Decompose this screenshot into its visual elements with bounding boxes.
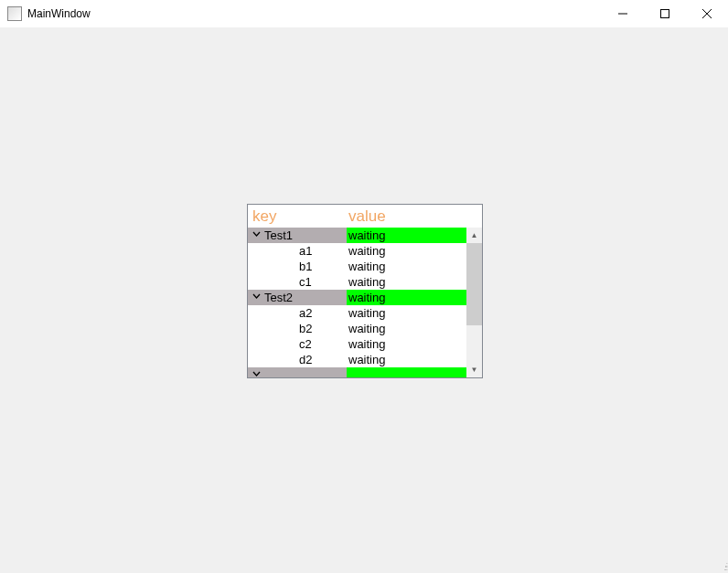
tree-value-cell[interactable]: waiting [347,321,466,336]
client-area: key value Test1waitinga1waitingb1waiting… [0,27,728,573]
tree-parent-row[interactable] [248,367,466,377]
tree-value-cell[interactable]: waiting [347,305,466,321]
tree-child-row[interactable]: a1waiting [248,243,466,259]
column-header-value[interactable]: value [347,205,482,228]
tree-child-row[interactable]: c1waiting [248,274,466,290]
tree-parent-row[interactable]: Test1waiting [248,228,466,243]
tree-key-text: Test2 [264,290,293,305]
scroll-down-arrow-icon[interactable]: ▼ [466,362,482,377]
chevron-down-icon[interactable] [248,228,264,243]
svg-rect-1 [661,9,669,17]
tree-key-text: b1 [283,259,312,274]
close-button[interactable] [686,0,728,27]
tree-body[interactable]: Test1waitinga1waitingb1waitingc1waitingT… [248,228,466,377]
tree-child-row[interactable]: b1waiting [248,259,466,274]
tree-value-cell[interactable]: waiting [347,228,466,243]
window-controls [602,0,728,27]
resize-grip[interactable]: .:.:: [718,563,727,572]
tree-child-row[interactable]: a2waiting [248,305,466,321]
chevron-down-icon[interactable] [248,290,264,305]
tree-key-cell[interactable] [248,367,347,377]
tree-header: key value [248,205,482,228]
tree-key-cell[interactable]: b2 [248,321,347,336]
tree-value-cell[interactable]: waiting [347,352,466,367]
column-header-key[interactable]: key [248,205,347,228]
tree-key-cell[interactable]: a2 [248,305,347,321]
tree-key-cell[interactable]: a1 [248,243,347,259]
tree-key-text: c1 [283,274,312,290]
tree-key-text: a2 [283,305,312,321]
vertical-scrollbar[interactable]: ▲ ▼ [466,228,482,377]
maximize-button[interactable] [644,0,686,27]
tree-key-text: a1 [283,243,312,259]
tree-key-cell[interactable]: Test1 [248,228,347,243]
tree-key-cell[interactable]: c2 [248,336,347,352]
scroll-up-arrow-icon[interactable]: ▲ [466,228,482,243]
tree-value-cell[interactable] [347,367,466,377]
tree-value-cell[interactable]: waiting [347,243,466,259]
tree-value-cell[interactable]: waiting [347,274,466,290]
close-icon [702,9,712,18]
tree-key-cell[interactable]: b1 [248,259,347,274]
tree-key-text: Test1 [264,228,293,243]
minimize-icon [618,9,627,18]
window-title: MainWindow [27,7,91,20]
chevron-down-icon[interactable] [248,367,264,377]
tree-key-text: c2 [283,336,312,352]
tree-value-cell[interactable]: waiting [347,259,466,274]
tree-child-row[interactable]: d2waiting [248,352,466,367]
titlebar[interactable]: MainWindow [0,0,728,27]
maximize-icon [660,9,669,18]
minimize-button[interactable] [602,0,644,27]
tree-key-cell[interactable]: d2 [248,352,347,367]
app-icon [7,6,22,21]
scroll-thumb[interactable] [466,243,482,325]
tree-view[interactable]: key value Test1waitinga1waitingb1waiting… [247,204,483,378]
tree-child-row[interactable]: b2waiting [248,321,466,336]
tree-key-cell[interactable]: Test2 [248,290,347,305]
tree-key-cell[interactable]: c1 [248,274,347,290]
tree-key-text: b2 [283,321,312,336]
tree-value-cell[interactable]: waiting [347,336,466,352]
tree-parent-row[interactable]: Test2waiting [248,290,466,305]
tree-key-text: d2 [283,352,312,367]
tree-value-cell[interactable]: waiting [347,290,466,305]
tree-child-row[interactable]: c2waiting [248,336,466,352]
